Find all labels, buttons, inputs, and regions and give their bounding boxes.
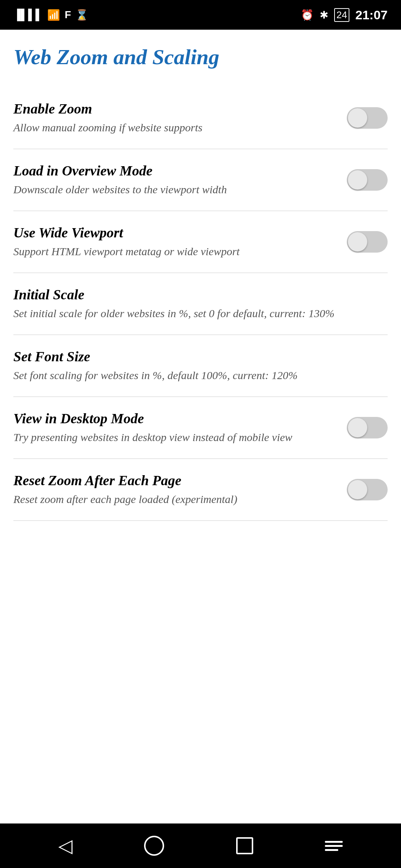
setting-font-size-desc: Set font scaling for websites in %, defa… xyxy=(13,368,373,383)
settings-list: Enable Zoom Allow manual zooming if webs… xyxy=(13,87,388,521)
nav-recent-button[interactable] xyxy=(236,837,253,854)
nav-menu-line-1 xyxy=(325,841,343,843)
nav-home-button[interactable] xyxy=(144,836,164,856)
setting-enable-zoom-title: Enable Zoom xyxy=(13,101,332,117)
nav-recent-icon xyxy=(236,837,253,854)
setting-reset-zoom-toggle[interactable] xyxy=(347,479,388,500)
setting-initial-scale-title: Initial Scale xyxy=(13,286,373,303)
status-bar: ▐▌▌▌ 📶 F ⌛ ⏰ ✱ 24 21:07 xyxy=(0,0,401,30)
setting-desktop-mode-desc: Try presenting websites in desktop view … xyxy=(13,430,332,445)
f-indicator: F xyxy=(65,9,71,21)
main-content: Web Zoom and Scaling Enable Zoom Allow m… xyxy=(0,30,401,521)
page-title: Web Zoom and Scaling xyxy=(13,45,388,69)
setting-initial-scale-text: Initial Scale Set initial scale for olde… xyxy=(13,286,388,321)
nav-bar: ◁ xyxy=(0,823,401,868)
setting-enable-zoom-text: Enable Zoom Allow manual zooming if webs… xyxy=(13,101,347,135)
setting-wide-viewport[interactable]: Use Wide Viewport Support HTML viewport … xyxy=(13,211,388,273)
setting-reset-zoom-text: Reset Zoom After Each Page Reset zoom af… xyxy=(13,472,347,507)
bluetooth-icon: ✱ xyxy=(320,9,328,21)
nav-menu-line-3 xyxy=(325,849,338,851)
setting-desktop-mode-text: View in Desktop Mode Try presenting webs… xyxy=(13,410,347,445)
setting-overview-mode-desc: Downscale older websites to the viewport… xyxy=(13,182,332,197)
setting-desktop-mode-toggle[interactable] xyxy=(347,417,388,438)
setting-enable-zoom-desc: Allow manual zooming if website supports xyxy=(13,120,332,135)
setting-reset-zoom-desc: Reset zoom after each page loaded (exper… xyxy=(13,491,332,507)
setting-wide-viewport-text: Use Wide Viewport Support HTML viewport … xyxy=(13,224,347,259)
setting-wide-viewport-title: Use Wide Viewport xyxy=(13,224,332,241)
status-bar-left: ▐▌▌▌ 📶 F ⌛ xyxy=(13,9,88,21)
setting-wide-viewport-desc: Support HTML viewport metatag or wide vi… xyxy=(13,244,332,259)
nav-menu-icon xyxy=(325,841,343,851)
alarm-icon: ⏰ xyxy=(301,9,314,21)
setting-font-size-text: Set Font Size Set font scaling for websi… xyxy=(13,348,388,383)
setting-wide-viewport-toggle[interactable] xyxy=(347,231,388,253)
setting-reset-zoom-title: Reset Zoom After Each Page xyxy=(13,472,332,489)
nav-menu-line-2 xyxy=(325,845,343,847)
status-time: 21:07 xyxy=(355,8,388,22)
wifi-icon: 📶 xyxy=(47,9,60,21)
setting-desktop-mode[interactable]: View in Desktop Mode Try presenting webs… xyxy=(13,397,388,459)
setting-overview-mode-toggle[interactable] xyxy=(347,169,388,191)
setting-overview-mode-title: Load in Overview Mode xyxy=(13,162,332,179)
setting-initial-scale-desc: Set initial scale for older websites in … xyxy=(13,306,373,321)
setting-enable-zoom[interactable]: Enable Zoom Allow manual zooming if webs… xyxy=(13,87,388,149)
setting-overview-mode-text: Load in Overview Mode Downscale older we… xyxy=(13,162,347,197)
setting-desktop-mode-title: View in Desktop Mode xyxy=(13,410,332,427)
nav-home-icon xyxy=(144,836,164,856)
setting-reset-zoom[interactable]: Reset Zoom After Each Page Reset zoom af… xyxy=(13,459,388,521)
setting-font-size[interactable]: Set Font Size Set font scaling for websi… xyxy=(13,335,388,397)
signal-icon: ▐▌▌▌ xyxy=(13,9,43,21)
nav-menu-button[interactable] xyxy=(325,841,343,851)
setting-initial-scale[interactable]: Initial Scale Set initial scale for olde… xyxy=(13,273,388,335)
status-bar-right: ⏰ ✱ 24 21:07 xyxy=(301,8,388,22)
battery-icon: 24 xyxy=(334,8,349,22)
setting-overview-mode[interactable]: Load in Overview Mode Downscale older we… xyxy=(13,149,388,211)
nav-back-button[interactable]: ◁ xyxy=(58,835,72,857)
setting-font-size-title: Set Font Size xyxy=(13,348,373,365)
hourglass-icon: ⌛ xyxy=(75,9,88,21)
setting-enable-zoom-toggle[interactable] xyxy=(347,107,388,129)
